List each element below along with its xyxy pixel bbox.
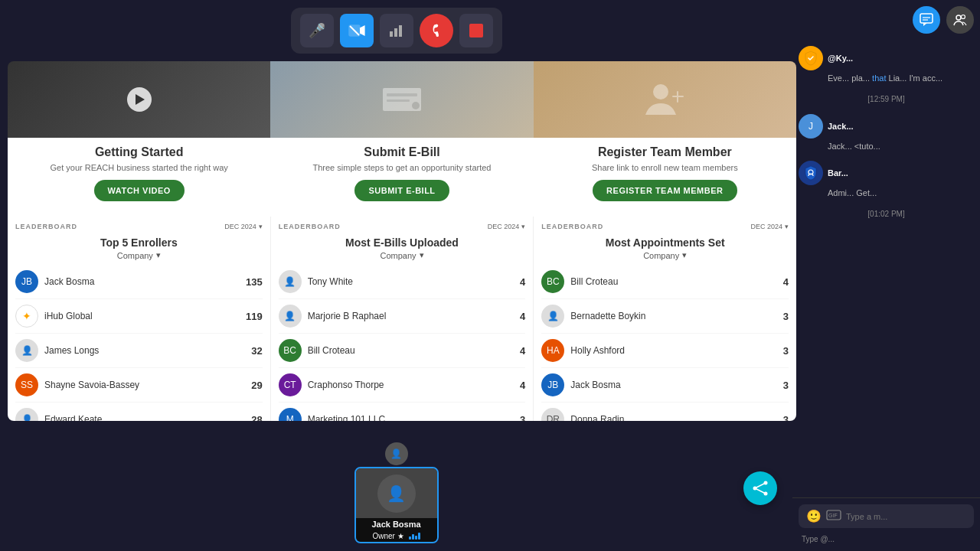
svg-point-20 <box>956 15 961 20</box>
lb-subtitle-3: Company ▾ <box>541 250 789 260</box>
lb-row-1-1: JB Jack Bosma 135 <box>15 265 263 299</box>
lb-avatar-3-4: JB <box>541 373 564 396</box>
emoji-button[interactable]: 🙂 <box>806 509 822 523</box>
lb-row-2-1: 👤 Tony White 4 <box>279 265 526 299</box>
lb-title-1: Top 5 Enrollers <box>15 233 263 250</box>
lb-count-2-5: 3 <box>520 414 525 422</box>
svg-point-21 <box>962 15 965 19</box>
chat-input-field[interactable] <box>846 512 966 521</box>
lb-subtitle-2: Company ▾ <box>279 250 526 260</box>
mention-hint-text: Type @... <box>802 535 835 543</box>
video-frame-inner: 👤 <box>356 468 437 518</box>
mic-button[interactable]: 🎤 <box>300 14 334 47</box>
lb-name-1-4: Shayne Savoia-Bassey <box>44 380 251 390</box>
bars-button[interactable] <box>380 14 413 47</box>
lb-name-1-5: Edward Keate <box>44 414 251 421</box>
lb-avatar-1-5: 👤 <box>15 408 38 421</box>
card-title-getting-started: Getting Started <box>95 145 184 159</box>
svg-rect-11 <box>677 91 678 103</box>
people-sidebar-icon[interactable] <box>946 6 974 34</box>
video-avatar: 👤 <box>377 474 416 513</box>
card-desc-submit-ebill: Three simple steps to get an opportunity… <box>302 163 503 172</box>
lb-header-2: LEADERBOARD DEC 2024 ▾ <box>279 217 526 233</box>
chat-sender-1: @Ky... <box>828 54 853 63</box>
video-frame: 👤 Jack Bosma Owner ★ <box>354 467 439 543</box>
watch-video-button[interactable]: WATCH VIDEO <box>94 180 185 201</box>
lb-row-1-3: 👤 James Longs 32 <box>15 334 263 368</box>
lb-name-1-1: Jack Bosma <box>44 276 246 287</box>
lb-avatar-1-4: SS <box>15 373 38 396</box>
leaderboard-appointments: LEADERBOARD DEC 2024 ▾ Most Appointments… <box>534 217 796 421</box>
play-button[interactable] <box>127 87 152 112</box>
lb-avatar-3-2: 👤 <box>541 305 564 328</box>
chat-text-1: Eve... pla... that Lia... I'm acc... <box>799 73 974 84</box>
card-title-submit-ebill: Submit E-Bill <box>364 145 440 159</box>
chat-avatar-2: J <box>799 114 823 139</box>
lb-avatar-1-1: JB <box>15 270 38 293</box>
svg-rect-3 <box>394 28 397 37</box>
lb-name-2-1: Tony White <box>308 276 520 287</box>
chat-sidebar-icon[interactable] <box>913 6 940 34</box>
chat-meta-1: @Ky... <box>828 54 853 63</box>
svg-rect-6 <box>387 93 417 96</box>
lb-count-2-4: 4 <box>520 380 525 391</box>
lb-avatar-1-3: 👤 <box>15 339 38 362</box>
share-button[interactable] <box>743 471 777 505</box>
chat-area[interactable]: @Ky... Eve... pla... that Lia... I'm acc… <box>792 40 980 497</box>
card-image-getting-started <box>8 61 270 138</box>
lb-name-2-4: Craphonso Thorpe <box>308 380 520 390</box>
leaderboard-enrollers: LEADERBOARD DEC 2024 ▾ Top 5 Enrollers C… <box>8 217 271 421</box>
register-member-button[interactable]: REGISTER TEAM MEMBER <box>593 180 737 201</box>
card-submit-ebill: Submit E-Bill Three simple steps to get … <box>270 61 533 217</box>
lb-name-1-3: James Longs <box>44 345 251 356</box>
chat-meta-2: Jack... <box>828 122 854 131</box>
chat-text-2: Jack... <tuto... <box>799 141 974 152</box>
end-call-button[interactable] <box>420 14 453 47</box>
lb-label-1: LEADERBOARD <box>15 223 77 230</box>
lb-avatar-1-2: ✦ <box>15 305 38 328</box>
lb-row-3-2: 👤 Bernadette Boykin 3 <box>541 299 789 334</box>
video-container: 👤 👤 Jack Bosma Owner ★ <box>354 442 439 543</box>
lb-row-3-4: JB Jack Bosma 3 <box>541 368 789 403</box>
lb-row-2-5: M Marketing 101 LLC 3 <box>279 403 526 421</box>
content-panel[interactable]: Getting Started Get your REACH business … <box>8 61 796 421</box>
lb-row-2-4: CT Craphonso Thorpe 4 <box>279 368 526 403</box>
lb-count-3-3: 3 <box>783 345 789 357</box>
chat-msg-header-2: J Jack... <box>799 114 974 139</box>
cards-row: Getting Started Get your REACH business … <box>8 61 796 217</box>
card-register-member: Register Team Member Share link to enrol… <box>534 61 796 217</box>
chat-meta-3: Bar... <box>828 168 848 178</box>
lb-count-1-5: 28 <box>251 414 262 422</box>
chat-message-1: @Ky... Eve... pla... that Lia... I'm acc… <box>799 46 974 84</box>
video-button[interactable] <box>340 14 374 47</box>
submit-ebill-button[interactable]: SUBMIT E-BILL <box>354 180 449 201</box>
lb-date-3: DEC 2024 ▾ <box>750 223 789 230</box>
chat-sender-3: Bar... <box>828 168 848 178</box>
chat-avatar-3 <box>799 161 823 185</box>
svg-line-16 <box>755 488 766 494</box>
video-user-icon: 👤 <box>385 442 408 465</box>
gif-button[interactable]: GIF <box>826 510 841 523</box>
lb-row-1-5: 👤 Edward Keate 28 <box>15 403 263 421</box>
mention-hint: Type @... <box>799 531 974 545</box>
lb-count-2-1: 4 <box>520 276 525 288</box>
lb-avatar-2-2: 👤 <box>279 305 302 328</box>
lb-row-1-2: ✦ iHub Global 119 <box>15 299 263 334</box>
lb-name-2-3: Bill Croteau <box>308 345 520 356</box>
lb-name-3-3: Holly Ashford <box>570 345 782 356</box>
svg-point-9 <box>653 84 668 99</box>
lb-name-3-1: Bill Croteau <box>570 276 782 287</box>
record-button[interactable] <box>459 14 493 47</box>
chat-message-3: Bar... Admi... Get... <box>799 161 974 199</box>
right-sidebar: @Ky... Eve... pla... that Lia... I'm acc… <box>792 0 980 551</box>
video-name-bar: Jack Bosma <box>356 518 437 530</box>
lb-avatar-2-1: 👤 <box>279 270 302 293</box>
lb-row-3-3: HA Holly Ashford 3 <box>541 334 789 368</box>
chat-message-2: J Jack... Jack... <tuto... <box>799 114 974 152</box>
video-owner-bar: Owner ★ <box>356 530 437 542</box>
lb-count-3-2: 3 <box>783 311 789 322</box>
lb-avatar-2-4: CT <box>279 373 302 396</box>
lb-avatar-3-3: HA <box>541 339 564 362</box>
lb-row-3-1: BC Bill Croteau 4 <box>541 265 789 299</box>
chat-divider-1: [12:59 PM] <box>799 92 974 106</box>
